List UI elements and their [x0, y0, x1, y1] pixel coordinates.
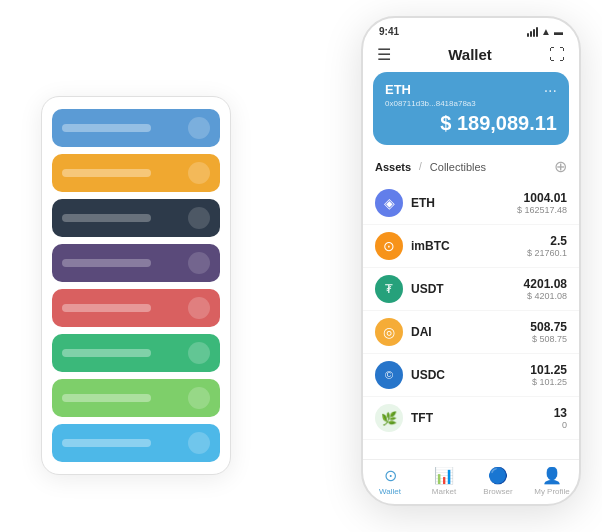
eth-icon: ◈ [375, 189, 403, 217]
market-nav-icon: 📊 [434, 466, 454, 485]
wallet-nav-icon: ⊙ [384, 466, 397, 485]
asset-name: imBTC [411, 239, 527, 253]
asset-name: TFT [411, 411, 554, 425]
asset-amount: 2.5 [527, 234, 567, 248]
asset-name: USDC [411, 368, 530, 382]
asset-usd: $ 4201.08 [524, 291, 567, 301]
table-row[interactable]: ◎ DAI 508.75 $ 508.75 [363, 311, 579, 354]
list-item[interactable] [52, 109, 220, 147]
phone-mockup: 9:41 ▲ ▬ ☰ Wallet ⛶ ··· ETH 0x08711d3b.. [361, 16, 581, 506]
profile-nav-label: My Profile [534, 487, 570, 496]
wallet-nav-label: Wallet [379, 487, 401, 496]
table-row[interactable]: ₮ USDT 4201.08 $ 4201.08 [363, 268, 579, 311]
asset-amount: 101.25 [530, 363, 567, 377]
asset-usd: 0 [554, 420, 567, 430]
assets-tabs: Assets / Collectibles [375, 161, 486, 173]
eth-card-menu-icon[interactable]: ··· [544, 82, 557, 100]
list-item[interactable] [52, 154, 220, 192]
asset-name: ETH [411, 196, 517, 210]
asset-usd: $ 21760.1 [527, 248, 567, 258]
list-item[interactable] [52, 334, 220, 372]
nav-item-wallet[interactable]: ⊙ Wallet [363, 466, 417, 496]
scan-icon[interactable]: ⛶ [549, 46, 565, 64]
list-item[interactable] [52, 199, 220, 237]
battery-icon: ▬ [554, 27, 563, 37]
asset-usd: $ 101.25 [530, 377, 567, 387]
nav-item-browser[interactable]: 🔵 Browser [471, 466, 525, 496]
eth-card[interactable]: ··· ETH 0x08711d3b...8418a78a3 $ 189,089… [373, 72, 569, 145]
eth-card-address: 0x08711d3b...8418a78a3 [385, 99, 557, 108]
asset-amounts: 1004.01 $ 162517.48 [517, 191, 567, 215]
imbtc-icon: ⊙ [375, 232, 403, 260]
table-row[interactable]: ◈ ETH 1004.01 $ 162517.48 [363, 182, 579, 225]
asset-amounts: 101.25 $ 101.25 [530, 363, 567, 387]
browser-nav-icon: 🔵 [488, 466, 508, 485]
card-stack [41, 96, 231, 475]
time-display: 9:41 [379, 26, 399, 37]
asset-amount: 4201.08 [524, 277, 567, 291]
asset-amounts: 508.75 $ 508.75 [530, 320, 567, 344]
bottom-nav: ⊙ Wallet 📊 Market 🔵 Browser 👤 My Profile [363, 459, 579, 504]
nav-item-profile[interactable]: 👤 My Profile [525, 466, 579, 496]
status-icons: ▲ ▬ [527, 26, 563, 37]
add-asset-icon[interactable]: ⊕ [554, 157, 567, 176]
asset-name: DAI [411, 325, 530, 339]
asset-amount: 508.75 [530, 320, 567, 334]
page-title: Wallet [448, 46, 492, 63]
asset-list: ◈ ETH 1004.01 $ 162517.48 ⊙ imBTC 2.5 $ … [363, 182, 579, 459]
market-nav-label: Market [432, 487, 456, 496]
table-row[interactable]: ⊙ imBTC 2.5 $ 21760.1 [363, 225, 579, 268]
tab-collectibles[interactable]: Collectibles [430, 161, 486, 173]
signal-icon [527, 27, 538, 37]
tab-assets[interactable]: Assets [375, 161, 411, 173]
eth-card-title: ETH [385, 82, 557, 97]
tft-icon: 🌿 [375, 404, 403, 432]
list-item[interactable] [52, 424, 220, 462]
menu-icon[interactable]: ☰ [377, 45, 391, 64]
asset-name: USDT [411, 282, 524, 296]
assets-header: Assets / Collectibles ⊕ [363, 153, 579, 182]
tab-separator: / [419, 161, 422, 172]
profile-nav-icon: 👤 [542, 466, 562, 485]
wifi-icon: ▲ [541, 26, 551, 37]
list-item[interactable] [52, 244, 220, 282]
asset-amounts: 4201.08 $ 4201.08 [524, 277, 567, 301]
eth-card-amount: $ 189,089.11 [385, 112, 557, 135]
asset-usd: $ 162517.48 [517, 205, 567, 215]
usdt-icon: ₮ [375, 275, 403, 303]
asset-amounts: 2.5 $ 21760.1 [527, 234, 567, 258]
table-row[interactable]: 🌿 TFT 13 0 [363, 397, 579, 440]
nav-item-market[interactable]: 📊 Market [417, 466, 471, 496]
dai-icon: ◎ [375, 318, 403, 346]
list-item[interactable] [52, 289, 220, 327]
asset-amount: 1004.01 [517, 191, 567, 205]
status-bar: 9:41 ▲ ▬ [363, 18, 579, 41]
asset-usd: $ 508.75 [530, 334, 567, 344]
browser-nav-label: Browser [483, 487, 512, 496]
scene: 9:41 ▲ ▬ ☰ Wallet ⛶ ··· ETH 0x08711d3b.. [21, 16, 581, 516]
asset-amount: 13 [554, 406, 567, 420]
asset-amounts: 13 0 [554, 406, 567, 430]
phone-header: ☰ Wallet ⛶ [363, 41, 579, 72]
list-item[interactable] [52, 379, 220, 417]
usdc-icon: © [375, 361, 403, 389]
table-row[interactable]: © USDC 101.25 $ 101.25 [363, 354, 579, 397]
